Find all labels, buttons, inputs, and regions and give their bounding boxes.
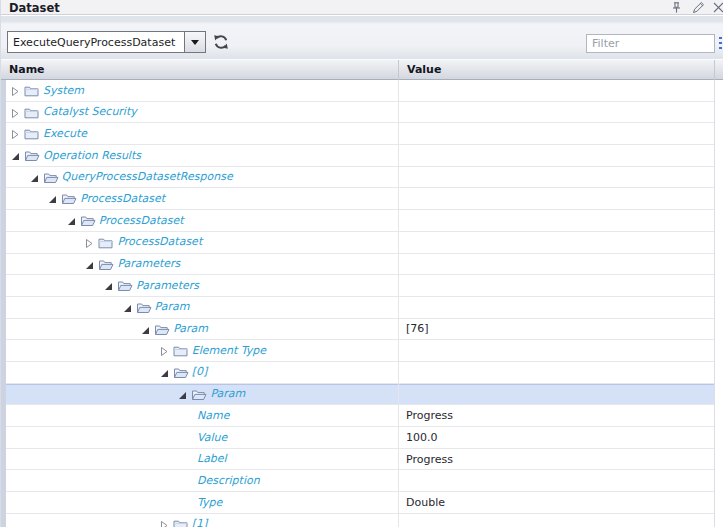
tree-row[interactable]: [0]	[1, 362, 723, 384]
collapse-arrow-icon[interactable]	[178, 390, 187, 399]
tree-item-label: ProcessDataset	[99, 214, 184, 227]
value-cell: 100.0	[406, 427, 712, 448]
name-cell: QueryProcessDatasetResponse	[1, 167, 398, 188]
folder-open-icon	[80, 214, 95, 227]
expand-arrow-icon[interactable]	[160, 346, 169, 355]
tree-row[interactable]: Param[76]	[1, 319, 723, 341]
name-cell: [1]	[1, 514, 398, 527]
tree-item-label: Label	[197, 452, 227, 465]
dataset-selector-value: ExecuteQueryProcessDataset	[8, 36, 184, 49]
name-cell: Name	[1, 405, 398, 426]
tree-item-label: Operation Results	[43, 149, 141, 162]
tree-row[interactable]: Operation Results	[1, 145, 723, 167]
tree-item-label: Parameters	[117, 257, 180, 270]
tree-row[interactable]: LabelProgress	[1, 449, 723, 471]
tree-item-label: Description	[197, 474, 260, 487]
expand-arrow-icon[interactable]	[85, 238, 94, 247]
value-cell: Progress	[406, 405, 712, 426]
name-cell: Description	[1, 470, 398, 491]
collapse-arrow-icon[interactable]	[123, 303, 132, 312]
collapse-arrow-icon[interactable]	[104, 281, 113, 290]
collapse-arrow-icon[interactable]	[67, 216, 76, 225]
titlebar-icon-group	[664, 0, 723, 15]
value-cell	[406, 232, 712, 253]
value-cell	[406, 254, 712, 275]
tree-item-label: Param	[173, 322, 208, 335]
tree-row[interactable]: Param	[1, 384, 723, 406]
collapse-arrow-icon[interactable]	[11, 151, 20, 160]
expand-arrow-icon[interactable]	[11, 108, 20, 117]
refresh-button[interactable]	[211, 32, 231, 52]
folder-open-icon	[136, 301, 151, 314]
value-cell	[406, 145, 712, 166]
expand-arrow-icon[interactable]	[11, 86, 20, 95]
name-cell: Param	[1, 319, 398, 340]
tree-item-label: Param	[210, 387, 245, 400]
clipped-edge-icon[interactable]	[713, 1, 723, 14]
column-divider[interactable]	[398, 60, 399, 80]
tree-row[interactable]: Param	[1, 297, 723, 319]
tree-rows: SystemCatalyst SecurityExecuteOperation …	[1, 80, 723, 527]
filter-input[interactable]	[586, 34, 715, 53]
name-cell: Catalyst Security	[1, 102, 398, 123]
tree-row[interactable]: Value100.0	[1, 427, 723, 449]
tree-item-label: System	[43, 84, 84, 97]
folder-closed-icon	[24, 127, 39, 140]
name-cell: Parameters	[1, 275, 398, 296]
tree-row[interactable]: TypeDouble	[1, 492, 723, 514]
tree-row[interactable]: Description	[1, 470, 723, 492]
tree-item-label: [0]	[192, 365, 208, 378]
collapse-arrow-icon[interactable]	[85, 260, 94, 269]
tree-row[interactable]: [1]	[1, 514, 723, 527]
tree-row[interactable]: Catalyst Security	[1, 102, 723, 124]
collapse-arrow-icon[interactable]	[30, 173, 39, 182]
tree-item-label: QueryProcessDatasetResponse	[62, 170, 233, 183]
dataset-selector-dropdown-button[interactable]	[184, 32, 205, 52]
column-separator-line	[398, 80, 399, 527]
folder-open-icon	[117, 279, 132, 292]
collapse-arrow-icon[interactable]	[160, 368, 169, 377]
column-header-value[interactable]: Value	[407, 63, 441, 76]
value-cell	[406, 514, 712, 527]
tree-item-label: Execute	[43, 127, 87, 140]
edit-pencil-icon[interactable]	[692, 1, 705, 14]
collapse-arrow-icon[interactable]	[141, 325, 150, 334]
value-cell	[406, 470, 712, 491]
name-cell: Execute	[1, 123, 398, 144]
name-cell: ProcessDataset	[1, 232, 398, 253]
folder-closed-icon	[173, 344, 188, 357]
value-cell	[406, 275, 712, 296]
collapse-arrow-icon[interactable]	[48, 194, 57, 203]
name-cell: Element Type	[1, 340, 398, 361]
tree-row[interactable]: Parameters	[1, 275, 723, 297]
tree-row[interactable]: ProcessDataset	[1, 210, 723, 232]
folder-open-icon	[61, 192, 76, 205]
clipped-filter-icon[interactable]	[718, 34, 723, 53]
tree-row[interactable]: Element Type	[1, 340, 723, 362]
expand-arrow-icon[interactable]	[11, 129, 20, 138]
name-cell: Parameters	[1, 254, 398, 275]
panel-title: Dataset	[9, 1, 60, 15]
tree-row[interactable]: QueryProcessDatasetResponse	[1, 167, 723, 189]
tree-row[interactable]: Execute	[1, 123, 723, 145]
folder-open-icon	[154, 323, 169, 336]
dataset-selector[interactable]: ExecuteQueryProcessDataset	[7, 31, 206, 53]
tree-row[interactable]: Parameters	[1, 254, 723, 276]
tree-item-label: ProcessDataset	[80, 192, 165, 205]
tree-row[interactable]: NameProgress	[1, 405, 723, 427]
tree-item-label: Parameters	[136, 279, 199, 292]
folder-open-icon	[173, 366, 188, 379]
pin-icon[interactable]	[670, 1, 683, 14]
expand-arrow-icon[interactable]	[160, 520, 169, 527]
column-header-name[interactable]: Name	[9, 63, 45, 76]
value-cell: Progress	[406, 449, 712, 470]
tree-row[interactable]: ProcessDataset	[1, 188, 723, 210]
name-cell: Operation Results	[1, 145, 398, 166]
tree-row[interactable]: System	[1, 80, 723, 102]
name-cell: Param	[1, 297, 398, 318]
value-cell	[406, 167, 712, 188]
tree-row[interactable]: ProcessDataset	[1, 232, 723, 254]
value-cell	[406, 80, 712, 101]
folder-open-icon	[24, 149, 39, 162]
left-edge-strip	[1, 80, 6, 527]
